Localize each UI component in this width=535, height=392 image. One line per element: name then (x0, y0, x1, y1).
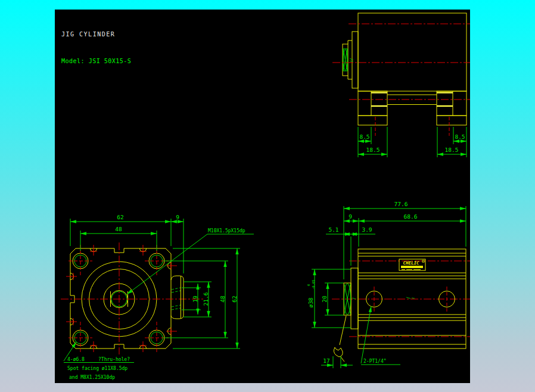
trademark-mark (422, 260, 424, 262)
dim-5p1: 5.1 (328, 226, 338, 233)
dim-8p5-left: 8.5 (359, 133, 369, 140)
wrench-icon (334, 347, 343, 357)
dim-21p6: 21.6 (203, 292, 209, 306)
dim-19: 19 (192, 295, 198, 303)
side-view: CHELIC (307, 201, 470, 368)
dim-9-top: 9 (176, 214, 179, 220)
dim-62-right: 62 (231, 295, 238, 302)
cad-drawing-canvas: JIG CYLINDER Model: JSI 50X15-S (55, 10, 470, 383)
dim-68p6: 68.6 (404, 213, 418, 220)
piston-rod (344, 268, 358, 329)
dim-20: 20 (321, 295, 328, 303)
dim-18p5-left: 18.5 (366, 147, 380, 153)
note-spotface: Spot facing ø11X8.5dp (67, 366, 127, 371)
dim-48-top: 48 (115, 226, 122, 232)
dim-48-right: 48 (219, 295, 226, 303)
side-view-top-dimensions: 77.6 9 68.6 5.1 3.9 (326, 201, 466, 279)
dim-8p5-right: 8.5 (455, 133, 465, 140)
dim-9-side: 9 (349, 213, 352, 220)
bore-tol-lower: -0.05 (312, 279, 315, 290)
top-view: 8.5 18.5 8.5 18.5 (332, 13, 470, 157)
desktop: { "title_block": { "line1": "JIG CYLINDE… (0, 0, 535, 392)
brand-bar (401, 266, 423, 268)
top-view-dimensions: 8.5 18.5 8.5 18.5 (358, 127, 466, 157)
dim-3p9: 3.9 (362, 226, 372, 233)
note-thru: ?Thru-hole? (98, 357, 130, 362)
note-holes: 4-ø6.8 (67, 357, 85, 362)
port-fitting-icon (343, 44, 353, 76)
drawing-sheet: 8.5 18.5 8.5 18.5 (55, 10, 470, 383)
label-ports: 2-PT1/4" (363, 359, 387, 364)
wrench-dimension: 17 (321, 356, 353, 368)
front-view: 62 9 48 19 21.6 48 (61, 214, 254, 380)
dim-bore: ø38 (307, 297, 314, 307)
dim-77p6: 77.6 (394, 201, 408, 207)
label-thread: M10X1.5pX15dp (208, 228, 245, 234)
micro-label (350, 58, 353, 62)
dim-18p5-right: 18.5 (445, 147, 459, 153)
brand-name: CHELIC (403, 260, 419, 266)
note-tap: and M8X1.25X10dp (69, 375, 115, 380)
dim-17: 17 (323, 357, 329, 364)
micro-label (406, 297, 415, 298)
wrench-flats-callout (334, 316, 346, 362)
hole-notes: 4-ø6.8 ?Thru-hole? Spot facing ø11X8.5dp… (64, 342, 134, 380)
bore-tol-upper: 0 (307, 284, 310, 286)
dim-62-top: 62 (117, 214, 123, 220)
